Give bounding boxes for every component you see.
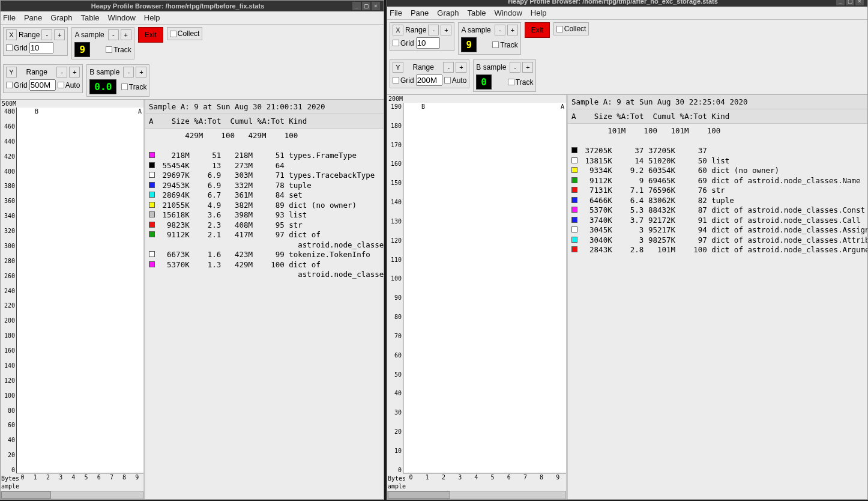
a-sample-lcd: 9 <box>74 42 90 57</box>
a-sample-inc[interactable]: + <box>507 25 518 35</box>
y-panel: Y Range - + Grid Auto <box>390 59 469 88</box>
table-row[interactable]: 9112K 9 69465K 69 dict of astroid.node_c… <box>571 176 864 186</box>
b-sample-inc[interactable]: + <box>522 62 533 73</box>
y-range-inc[interactable]: + <box>69 67 80 77</box>
b-sample-dec[interactable]: - <box>123 67 134 77</box>
table-row[interactable]: 6466K 6.4 83062K 82 tuple <box>571 196 864 206</box>
a-track-check[interactable] <box>106 46 112 53</box>
b-sample-dec[interactable]: - <box>510 62 520 73</box>
x-range-inc[interactable]: + <box>441 25 451 35</box>
table-row[interactable]: 2843K 2.8 101M 100 dict of astroid.node_… <box>571 245 864 255</box>
table-row[interactable]: 9112K 2.1 417M 97 dict of <box>149 230 380 240</box>
close-icon[interactable]: × <box>855 0 864 5</box>
b-sample-inc[interactable]: + <box>136 67 146 77</box>
x-range-dec[interactable]: - <box>428 25 439 35</box>
menu-pane[interactable]: Pane <box>411 8 429 17</box>
a-sample-inc[interactable]: + <box>121 29 131 40</box>
y-range-dec[interactable]: - <box>56 67 67 77</box>
table-row[interactable]: 29453K 6.9 332M 78 tuple <box>149 181 380 191</box>
table-row[interactable]: 21055K 4.9 382M 89 dict (no owner) <box>149 201 380 211</box>
table-row[interactable]: 5370K 1.3 429M 100 dict of <box>149 260 380 270</box>
collect-check[interactable] <box>556 26 563 32</box>
b-track-check[interactable] <box>508 79 514 85</box>
menubar: FilePaneGraphTableWindowHelp <box>1 11 384 25</box>
table-row[interactable]: 5370K 5.3 88432K 87 dict of astroid.node… <box>571 205 864 216</box>
x-range-inc[interactable]: + <box>54 29 65 40</box>
x-grid-input[interactable] <box>29 42 53 53</box>
swatch-icon <box>571 217 577 223</box>
menu-pane[interactable]: Pane <box>24 13 42 22</box>
chart-hscroll[interactable] <box>1 491 143 499</box>
swatch-icon <box>149 172 155 178</box>
table-row[interactable]: 3040K 3 98257K 97 dict of astroid.node_c… <box>571 235 864 246</box>
table-row[interactable]: 28694K 6.7 361M 84 set <box>149 190 380 201</box>
y-panel: Y Range - + Grid Auto <box>3 64 83 93</box>
a-track-check[interactable] <box>492 41 499 48</box>
x-grid-check[interactable] <box>6 44 13 51</box>
table-row-cont: astroid.node_classes.Name <box>149 240 380 251</box>
y-grid-check[interactable] <box>393 77 399 84</box>
y-auto-check[interactable] <box>444 77 451 84</box>
menu-table[interactable]: Table <box>467 8 486 17</box>
chart-hscroll[interactable] <box>387 491 566 499</box>
swatch-icon <box>571 147 577 153</box>
y-range-inc[interactable]: + <box>456 62 466 73</box>
menu-graph[interactable]: Graph <box>437 8 459 17</box>
table-row[interactable]: 37205K 37 37205K 37 <box>571 146 864 156</box>
table-row[interactable]: 218M 51 218M 51 types.FrameType <box>149 151 380 161</box>
y-grid-check[interactable] <box>6 82 13 88</box>
y-button[interactable]: Y <box>6 67 17 77</box>
table-row[interactable]: 3740K 3.7 92172K 91 dict of astroid.node… <box>571 216 864 226</box>
a-sample-dec[interactable]: - <box>495 25 505 35</box>
exit-button[interactable]: Exit <box>525 22 550 38</box>
menu-file[interactable]: File <box>390 8 402 17</box>
collect-check[interactable] <box>170 31 176 37</box>
menu-help[interactable]: Help <box>531 8 547 17</box>
menu-help[interactable]: Help <box>144 13 160 22</box>
table-row[interactable]: 6673K 1.6 423M 99 tokenize.TokenInfo <box>149 250 380 260</box>
x-unit: ample <box>388 483 406 490</box>
chart-pane: 200M Bytes 19018017016015014013012011010… <box>387 95 566 499</box>
a-sample-lcd: 9 <box>461 37 477 52</box>
maximize-icon[interactable]: ▢ <box>846 0 854 5</box>
minimize-icon[interactable]: _ <box>352 2 361 10</box>
menu-table[interactable]: Table <box>80 13 99 22</box>
x-grid-input[interactable] <box>416 37 440 49</box>
chart-plot[interactable]: B A <box>403 103 566 473</box>
table-row[interactable]: 3045K 3 95217K 94 dict of astroid.node_c… <box>571 225 864 235</box>
swatch-icon <box>571 197 577 203</box>
swatch-icon <box>571 207 577 213</box>
titlebar[interactable]: Heapy Profile Browser: /home/rtpg/tmp/be… <box>1 1 384 11</box>
x-range-dec[interactable]: - <box>41 29 52 40</box>
menu-file[interactable]: File <box>3 13 16 22</box>
table-row[interactable]: 55454K 13 273M 64 <box>149 161 380 171</box>
table-row[interactable]: 13815K 14 51020K 50 list <box>571 156 864 166</box>
swatch-icon <box>149 202 155 208</box>
x-button[interactable]: X <box>393 25 403 35</box>
y-grid-input[interactable] <box>29 79 56 91</box>
table-body: 101M 100 101M 100 37205K 37 37205K 37 13… <box>568 124 867 499</box>
a-sample-dec[interactable]: - <box>108 29 119 40</box>
maximize-icon[interactable]: ▢ <box>362 2 370 10</box>
b-track-check[interactable] <box>121 84 128 90</box>
x-button[interactable]: X <box>6 29 17 40</box>
y-button[interactable]: Y <box>393 62 403 73</box>
table-row[interactable]: 9823K 2.3 408M 95 str <box>149 220 380 231</box>
exit-button[interactable]: Exit <box>138 27 163 43</box>
menu-window[interactable]: Window <box>108 13 136 22</box>
table-row[interactable]: 9334K 9.2 60354K 60 dict (no owner) <box>571 166 864 176</box>
y-grid-input[interactable] <box>416 74 442 86</box>
minimize-icon[interactable]: _ <box>836 0 845 5</box>
close-icon[interactable]: × <box>372 2 380 10</box>
y-range-dec[interactable]: - <box>443 62 454 73</box>
table-row[interactable]: 7131K 7.1 76596K 76 str <box>571 186 864 196</box>
table-pane: Sample A: 9 at Sun Aug 30 21:00:31 2020 … <box>145 100 384 499</box>
titlebar[interactable]: Heapy Profile Browser: /home/rtpg/tmp/af… <box>387 0 867 7</box>
menu-graph[interactable]: Graph <box>50 13 72 22</box>
chart-plot[interactable]: B A <box>16 108 143 473</box>
x-grid-check[interactable] <box>393 40 399 46</box>
table-row[interactable]: 29697K 6.9 303M 71 types.TracebackType <box>149 171 380 181</box>
y-auto-check[interactable] <box>58 82 64 88</box>
table-row[interactable]: 15618K 3.6 398M 93 list <box>149 210 380 220</box>
menu-window[interactable]: Window <box>495 8 522 17</box>
